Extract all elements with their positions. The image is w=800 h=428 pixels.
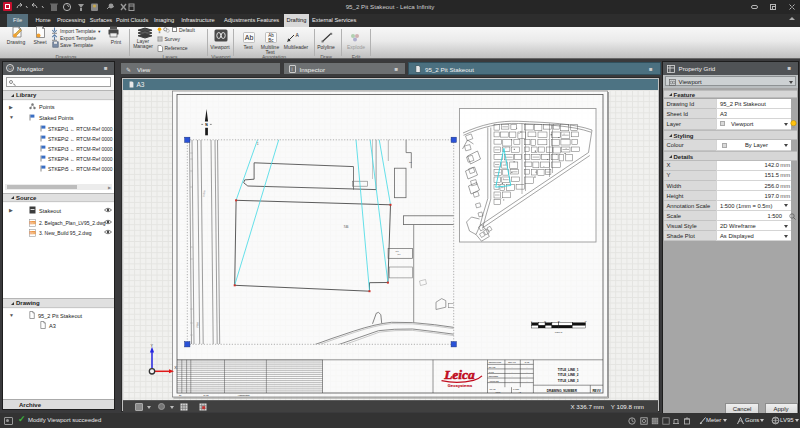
svg-text:Leica: Leica xyxy=(443,367,475,382)
svg-text:20: 20 xyxy=(557,320,559,322)
svg-text:1:500 m: 1:500 m xyxy=(554,331,562,333)
svg-text:40: 40 xyxy=(584,320,586,322)
svg-text:TITLE_LINE_2: TITLE_LINE_2 xyxy=(557,373,578,377)
svg-text:DESCRIPTION: DESCRIPTION xyxy=(488,361,501,363)
svg-text:TITLE_LINE_1: TITLE_LINE_1 xyxy=(557,368,578,372)
svg-text:DRAWN: DRAWN xyxy=(488,366,495,368)
svg-text:No.: No. xyxy=(179,394,182,396)
svg-text:10: 10 xyxy=(544,320,546,322)
svg-text:DRAWING_NUMBER: DRAWING_NUMBER xyxy=(546,389,577,393)
svg-text:REVV: REVV xyxy=(592,389,601,393)
svg-text:0: 0 xyxy=(530,320,531,322)
svg-text:DESIGNED: DESIGNED xyxy=(488,375,498,377)
svg-text:Y: Y xyxy=(150,344,153,348)
svg-text:Ab: Ab xyxy=(244,34,253,41)
svg-text:DETAILS: DETAILS xyxy=(508,361,516,363)
svg-text:TITLE_LINE_3: TITLE_LINE_3 xyxy=(557,379,578,383)
svg-text:A: A xyxy=(295,32,299,38)
svg-text:Bc: Bc xyxy=(268,37,274,42)
svg-text:X: X xyxy=(174,366,177,370)
svg-text:APPROVED: APPROVED xyxy=(488,380,499,382)
svg-text:CHKD: CHKD xyxy=(488,371,494,373)
svg-text:DATE: DATE xyxy=(203,394,209,396)
svg-text:A3: A3 xyxy=(518,391,520,393)
svg-text:AMENDMENT: AMENDMENT xyxy=(237,394,250,396)
svg-text:dwg: dwg xyxy=(30,220,35,224)
svg-text:201: 201 xyxy=(397,253,400,255)
svg-text:Geosystems: Geosystems xyxy=(447,384,472,388)
svg-text:DATE: DATE xyxy=(524,361,529,363)
svg-text:dwg: dwg xyxy=(30,230,35,234)
svg-text:Ref: Ref xyxy=(395,250,399,252)
svg-text:746: 746 xyxy=(343,225,348,229)
svg-text:1:500: 1:500 xyxy=(495,391,500,393)
